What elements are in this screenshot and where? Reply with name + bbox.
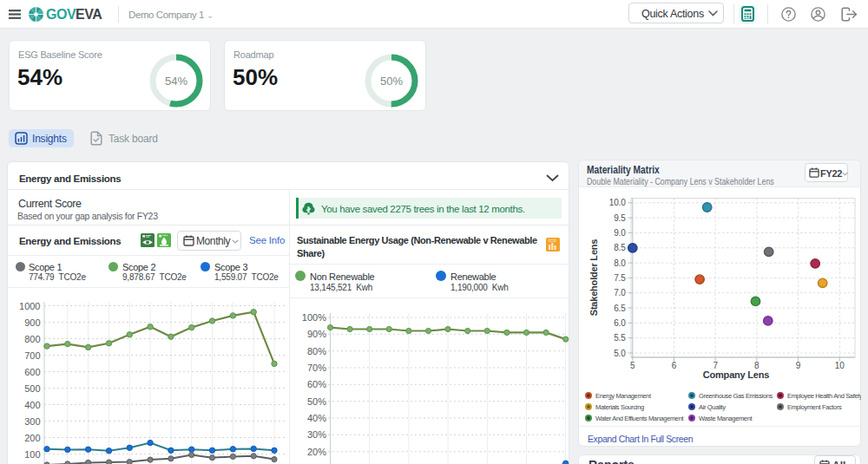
- svg-text:7.0: 7.0: [614, 288, 626, 297]
- svg-text:Energy Management: Energy Management: [595, 392, 652, 400]
- svg-text:5.5: 5.5: [614, 333, 626, 343]
- svg-text:70%: 70%: [307, 363, 326, 373]
- svg-text:80%: 80%: [307, 346, 326, 356]
- svg-text:20%: 20%: [307, 447, 326, 457]
- svg-text:Air Quality: Air Quality: [699, 403, 726, 411]
- svg-text:100%: 100%: [302, 312, 326, 323]
- svg-text:Waste Management: Waste Management: [699, 415, 753, 422]
- svg-text:Company Lens: Company Lens: [703, 369, 770, 380]
- svg-text:10: 10: [835, 361, 845, 370]
- svg-text:8.0: 8.0: [614, 258, 626, 268]
- svg-text:6.0: 6.0: [614, 318, 626, 328]
- svg-text:700: 700: [24, 350, 40, 361]
- svg-text:500: 500: [24, 383, 40, 394]
- svg-text:9.0: 9.0: [614, 228, 626, 238]
- svg-text:300: 300: [24, 416, 40, 427]
- svg-text:60%: 60%: [307, 379, 326, 389]
- svg-text:8.5: 8.5: [614, 243, 626, 252]
- svg-text:900: 900: [24, 317, 40, 328]
- svg-text:Water And Effluents Management: Water And Effluents Management: [595, 415, 684, 422]
- svg-text:Stakeholder Lens: Stakeholder Lens: [589, 239, 599, 317]
- svg-text:400: 400: [24, 400, 40, 410]
- svg-text:Greenhouse Gas Emissions: Greenhouse Gas Emissions: [699, 392, 773, 400]
- svg-text:30%: 30%: [307, 429, 326, 440]
- svg-text:10.0: 10.0: [609, 198, 626, 207]
- svg-text:50%: 50%: [307, 396, 326, 407]
- svg-text:Materials Sourcing: Materials Sourcing: [595, 403, 644, 411]
- svg-text:9.5: 9.5: [614, 213, 626, 223]
- svg-text:6: 6: [672, 361, 677, 370]
- svg-text:54%: 54%: [165, 75, 187, 88]
- svg-text:1000: 1000: [19, 301, 40, 311]
- svg-text:5: 5: [630, 361, 635, 370]
- svg-text:5.0: 5.0: [614, 349, 626, 358]
- svg-text:9: 9: [796, 361, 801, 370]
- svg-text:100: 100: [24, 449, 40, 460]
- svg-text:90%: 90%: [307, 329, 326, 339]
- svg-text:50%: 50%: [380, 75, 403, 88]
- svg-text:800: 800: [24, 334, 40, 344]
- svg-text:6.5: 6.5: [614, 304, 626, 313]
- svg-text:Employment Factors: Employment Factors: [787, 403, 842, 411]
- svg-text:Employee Health And Safety: Employee Health And Safety: [787, 392, 861, 400]
- svg-text:7.5: 7.5: [614, 273, 626, 283]
- svg-text:600: 600: [24, 367, 40, 377]
- svg-text:40%: 40%: [307, 413, 326, 423]
- svg-text:200: 200: [24, 433, 40, 443]
